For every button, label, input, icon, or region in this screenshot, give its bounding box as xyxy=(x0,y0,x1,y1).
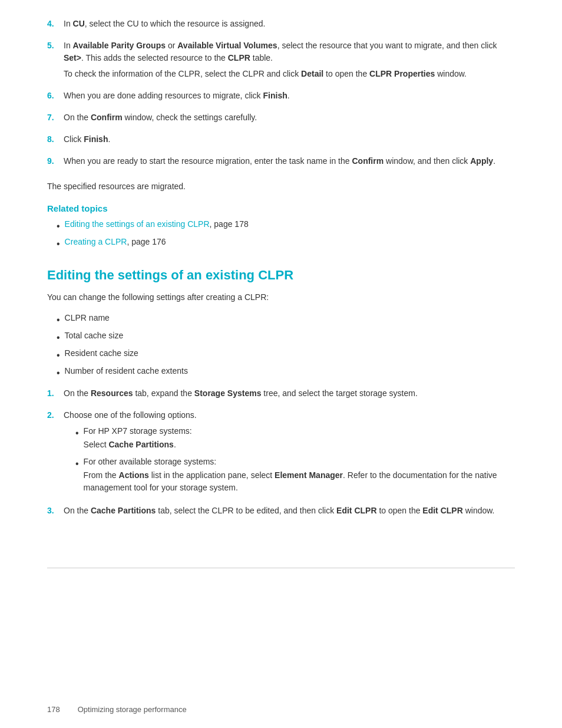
section-step-2-number: 2. xyxy=(47,409,64,499)
settings-bullet-2-text: Total cache size xyxy=(65,330,124,342)
sub-bullet-xp7-detail: Select Cache Partitions. xyxy=(84,439,515,451)
step-7-content: On the Confirm window, check the setting… xyxy=(64,111,515,127)
settings-bullet-dot-3: • xyxy=(57,348,60,363)
section-step-2-content: Choose one of the following options. • F… xyxy=(64,409,515,499)
bullet-dot-2: • xyxy=(57,237,60,251)
settings-bullet-dot-1: • xyxy=(57,313,60,327)
step-4-text: In CU, select the CU to which the resour… xyxy=(64,18,515,30)
section-steps-list: 1. On the Resources tab, expand the Stor… xyxy=(47,387,515,521)
step-5-number: 5. xyxy=(47,39,64,84)
editing-settings-section: Editing the settings of an existing CLPR… xyxy=(47,268,515,521)
sub-bullet-dot-xp7: • xyxy=(75,426,79,440)
step-7: 7. On the Confirm window, check the sett… xyxy=(47,111,515,127)
sub-bullet-other-content: For other available storage systems: Fro… xyxy=(84,456,515,495)
section-step-1-number: 1. xyxy=(47,387,64,403)
footer-area: 178 Optimizing storage performance xyxy=(47,568,515,568)
settings-bullet-list: • CLPR name • Total cache size • Residen… xyxy=(57,312,515,380)
step-7-text: On the Confirm window, check the setting… xyxy=(64,111,515,124)
settings-bullet-dot-2: • xyxy=(57,331,60,345)
footer-title: Optimizing storage performance xyxy=(78,705,187,714)
step-6: 6. When you are done adding resources to… xyxy=(47,90,515,106)
sub-bullet-xp7: • For HP XP7 storage systems: Select Cac… xyxy=(75,425,515,452)
step-8-number: 8. xyxy=(47,133,64,149)
section-step-2-text: Choose one of the following options. xyxy=(64,409,515,421)
settings-bullet-4-text: Number of resident cache extents xyxy=(65,365,188,377)
step-9-number: 9. xyxy=(47,155,64,171)
section-step-3-number: 3. xyxy=(47,505,64,521)
related-topic-1-text: Editing the settings of an existing CLPR… xyxy=(65,218,249,230)
step-8-text: Click Finish. xyxy=(64,133,515,146)
step-9-content: When you are ready to start the resource… xyxy=(64,155,515,171)
sub-bullet-xp7-label: For HP XP7 storage systems: xyxy=(84,425,515,437)
step-8: 8. Click Finish. xyxy=(47,133,515,149)
step-4: 4. In CU, select the CU to which the res… xyxy=(47,18,515,34)
section-step-1-text: On the Resources tab, expand the Storage… xyxy=(64,387,515,400)
sub-bullet-other-label: For other available storage systems: xyxy=(84,456,515,468)
section-step-2-subbullets: • For HP XP7 storage systems: Select Cac… xyxy=(75,425,515,495)
settings-bullet-2: • Total cache size xyxy=(57,330,515,345)
step-8-content: Click Finish. xyxy=(64,133,515,149)
settings-bullet-4: • Number of resident cache extents xyxy=(57,365,515,380)
section-step-3-text: On the Cache Partitions tab, select the … xyxy=(64,505,515,517)
section-intro: You can change the following settings af… xyxy=(47,291,515,304)
settings-bullet-3-text: Resident cache size xyxy=(65,347,138,360)
related-topic-2-link[interactable]: Creating a CLPR xyxy=(65,237,127,246)
step-6-content: When you are done adding resources to mi… xyxy=(64,90,515,106)
step-6-number: 6. xyxy=(47,90,64,106)
section-step-3: 3. On the Cache Partitions tab, select t… xyxy=(47,505,515,521)
section-step-1: 1. On the Resources tab, expand the Stor… xyxy=(47,387,515,403)
section-heading: Editing the settings of an existing CLPR xyxy=(47,268,515,283)
step-5-note: To check the information of the CLPR, se… xyxy=(64,68,515,80)
step-7-number: 7. xyxy=(47,111,64,127)
initial-steps-list: 4. In CU, select the CU to which the res… xyxy=(47,18,515,171)
step-5-content: In Available Parity Groups or Available … xyxy=(64,39,515,84)
sub-bullet-other-detail: From the Actions list in the application… xyxy=(84,469,515,494)
step-9: 9. When you are ready to start the resou… xyxy=(47,155,515,171)
step-4-content: In CU, select the CU to which the resour… xyxy=(64,18,515,34)
section-step-2: 2. Choose one of the following options. … xyxy=(47,409,515,499)
section-step-3-content: On the Cache Partitions tab, select the … xyxy=(64,505,515,521)
step-5-text: In Available Parity Groups or Available … xyxy=(64,39,515,64)
related-topics-section: Related topics • Editing the settings of… xyxy=(47,203,515,251)
footer-divider xyxy=(47,568,515,568)
step-6-text: When you are done adding resources to mi… xyxy=(64,90,515,102)
footer: 178 Optimizing storage performance xyxy=(47,705,515,714)
bullet-dot-1: • xyxy=(57,219,60,233)
result-paragraph: The specified resources are migrated. xyxy=(47,180,515,193)
sub-bullet-other: • For other available storage systems: F… xyxy=(75,456,515,495)
related-topics-list: • Editing the settings of an existing CL… xyxy=(57,218,515,251)
step-5: 5. In Available Parity Groups or Availab… xyxy=(47,39,515,84)
related-topic-1-link[interactable]: Editing the settings of an existing CLPR xyxy=(65,219,210,229)
footer-page-number: 178 xyxy=(47,705,60,714)
section-step-1-content: On the Resources tab, expand the Storage… xyxy=(64,387,515,403)
related-topics-heading: Related topics xyxy=(47,203,515,213)
related-topic-item-2: • Creating a CLPR, page 176 xyxy=(57,236,515,251)
step-9-text: When you are ready to start the resource… xyxy=(64,155,515,167)
related-topic-2-text: Creating a CLPR, page 176 xyxy=(65,236,166,248)
sub-bullet-dot-other: • xyxy=(75,457,79,471)
step-4-number: 4. xyxy=(47,18,64,34)
settings-bullet-1: • CLPR name xyxy=(57,312,515,327)
settings-bullet-3: • Resident cache size xyxy=(57,347,515,363)
settings-bullet-1-text: CLPR name xyxy=(65,312,110,324)
settings-bullet-dot-4: • xyxy=(57,366,60,380)
related-topic-item-1: • Editing the settings of an existing CL… xyxy=(57,218,515,233)
sub-bullet-xp7-content: For HP XP7 storage systems: Select Cache… xyxy=(84,425,515,452)
